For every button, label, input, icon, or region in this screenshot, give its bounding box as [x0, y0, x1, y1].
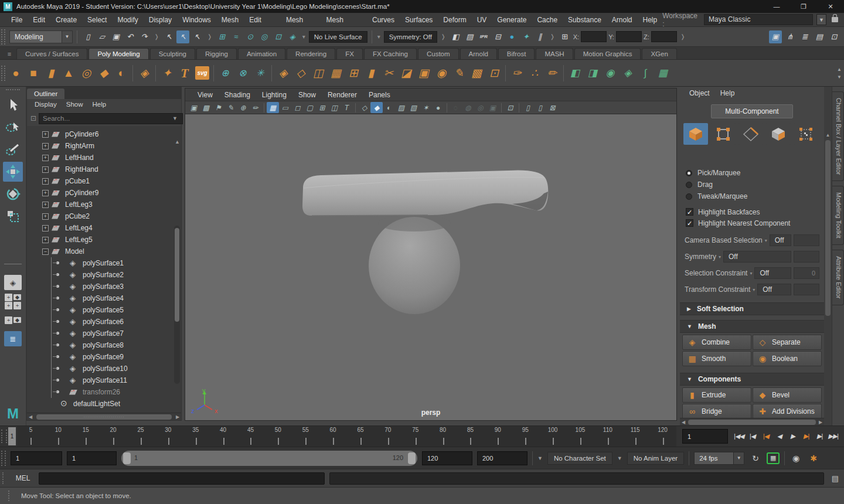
- menu-item[interactable]: Surfaces: [400, 13, 438, 27]
- quad-draw-icon[interactable]: ✎: [450, 63, 468, 83]
- animation-preferences-icon[interactable]: ✱: [807, 452, 820, 465]
- menu-item[interactable]: Generate: [492, 13, 532, 27]
- mesh-section-header[interactable]: ▼ Mesh: [680, 320, 824, 333]
- frame-tick[interactable]: 20: [100, 426, 127, 447]
- animation-start-field[interactable]: [11, 451, 62, 465]
- frame-tick[interactable]: 45: [237, 426, 264, 447]
- motion-blur-icon[interactable]: ◍: [462, 102, 474, 113]
- bevel-icon[interactable]: ◪: [397, 63, 415, 83]
- menu-item[interactable]: Modify: [112, 13, 143, 27]
- frame-tick[interactable]: 95: [512, 426, 539, 447]
- statusline-grip[interactable]: [1, 29, 5, 45]
- smooth-button[interactable]: ▦Smooth: [682, 351, 751, 366]
- frame-tick[interactable]: 25: [127, 426, 155, 447]
- outliner-horizontal-scrollbar[interactable]: ◀ ····················· ▶: [27, 413, 181, 420]
- tool-settings-toggle[interactable]: ⊡: [828, 30, 840, 43]
- poly-cylinder-icon[interactable]: ▮: [42, 63, 60, 83]
- current-time-field[interactable]: [682, 429, 728, 444]
- pan-zoom-icon[interactable]: ⊕: [237, 102, 249, 113]
- expander-icon[interactable]: [60, 354, 66, 360]
- menu-item[interactable]: Substance: [563, 13, 607, 27]
- separate-icon[interactable]: ◇: [292, 63, 309, 83]
- outliner-tab[interactable]: Outliner: [27, 88, 64, 99]
- expander-icon[interactable]: +: [42, 166, 49, 173]
- frame-tick[interactable]: 15: [72, 426, 100, 447]
- shadows-icon[interactable]: ●: [432, 102, 444, 113]
- pane-single-icon[interactable]: ▯: [522, 102, 534, 113]
- safe-title-icon[interactable]: T: [341, 102, 353, 113]
- outliner-item[interactable]: + LeftLeg5: [27, 234, 181, 246]
- outliner-item[interactable]: polySurface2: [27, 269, 181, 281]
- bevel-button[interactable]: ◆Bevel: [753, 387, 822, 403]
- components-section-header[interactable]: ▼ Components: [680, 373, 824, 386]
- multisample-icon[interactable]: ◎: [474, 102, 486, 113]
- chevron-down-icon[interactable]: ▾: [301, 33, 307, 40]
- wireframe-icon[interactable]: ◇: [358, 102, 370, 113]
- radio-option[interactable]: Pick/Marquee: [686, 167, 824, 179]
- fps-dropdown[interactable]: 24 fps▼: [694, 452, 744, 465]
- symmetry-field[interactable]: Symmetry: Off: [384, 31, 437, 43]
- mel-label[interactable]: MEL: [12, 474, 34, 482]
- make-live-icon[interactable]: ◈: [286, 30, 299, 43]
- isolate-select-icon[interactable]: ⊡: [504, 102, 516, 113]
- frame-tick[interactable]: 30: [154, 426, 182, 447]
- menu-item[interactable]: Edit: [28, 13, 50, 27]
- expander-icon[interactable]: [60, 284, 66, 290]
- expander-icon[interactable]: −: [42, 248, 49, 255]
- outliner-menu-item[interactable]: Display: [30, 99, 61, 111]
- paint-selection-tool[interactable]: [3, 139, 23, 159]
- expander-icon[interactable]: +: [42, 225, 49, 231]
- expander-icon[interactable]: +: [42, 155, 49, 161]
- frame-tick[interactable]: 100: [539, 426, 567, 447]
- workspace-dropdown-icon[interactable]: ▼: [816, 14, 827, 25]
- frame-tick[interactable]: 35: [182, 426, 209, 447]
- outliner-item[interactable]: + pCylinder9: [27, 187, 181, 199]
- menu-item[interactable]: Mesh Display: [321, 13, 367, 27]
- bridge-button[interactable]: ∞Bridge: [682, 404, 751, 419]
- poly-torus-icon[interactable]: ◎: [77, 63, 95, 83]
- shelf-tab[interactable]: Sculpting: [150, 48, 195, 59]
- outliner-item[interactable]: + RightHand: [27, 164, 181, 175]
- toolkit-menu-item[interactable]: Help: [716, 89, 740, 97]
- expander-icon[interactable]: [60, 260, 66, 267]
- multi-component-mode-button[interactable]: [794, 123, 818, 145]
- unfold-icon[interactable]: ∫: [637, 63, 654, 83]
- step-forward-frame-button[interactable]: ▶|: [814, 430, 826, 443]
- rotate-tool[interactable]: [3, 184, 23, 204]
- viewport-menu-item[interactable]: Renderer: [322, 91, 362, 99]
- hypershade-icon[interactable]: ●: [505, 30, 518, 43]
- snap-curve-icon[interactable]: ≈: [230, 30, 243, 43]
- edge-mode-button[interactable]: [738, 123, 763, 145]
- range-start-handle[interactable]: [123, 452, 131, 464]
- shelf-tab[interactable]: Rendering: [287, 48, 335, 59]
- menu-item[interactable]: Mesh Tools: [281, 13, 321, 27]
- expander-icon[interactable]: +: [42, 178, 49, 185]
- expander-icon[interactable]: [60, 389, 66, 396]
- outliner-item[interactable]: polySurface6: [27, 316, 181, 328]
- chevron-down-icon[interactable]: ▼: [537, 455, 543, 461]
- group-expander-icon[interactable]: ❭: [206, 33, 213, 40]
- expander-icon[interactable]: [60, 307, 66, 314]
- type-text-icon[interactable]: T: [176, 63, 193, 83]
- chevron-down-icon[interactable]: ▼: [617, 455, 622, 461]
- light-editor-icon[interactable]: ✦: [519, 30, 532, 43]
- soft-selection-header[interactable]: ▶ Soft Selection: [680, 302, 824, 315]
- outliner-item[interactable]: transform26: [27, 386, 181, 398]
- expander-icon[interactable]: [60, 331, 66, 337]
- poly-cone-icon[interactable]: ▲: [60, 63, 77, 83]
- multi-cut-icon[interactable]: ✂: [380, 63, 397, 83]
- shelf-scroll-down-icon[interactable]: ▼: [837, 74, 842, 80]
- script-editor-icon[interactable]: ▤: [829, 474, 842, 483]
- append-to-poly-icon[interactable]: ⊞: [345, 63, 362, 83]
- occlusion-icon[interactable]: ◌: [450, 102, 462, 113]
- shelf-tab[interactable]: MASH: [536, 48, 573, 59]
- undo-icon[interactable]: ↶: [124, 30, 137, 43]
- shelf-tab[interactable]: Bifrost: [498, 48, 535, 59]
- helpline-grip[interactable]: [8, 491, 13, 501]
- viewport-canvas[interactable]: y z x persp: [185, 114, 676, 420]
- commandline-grip[interactable]: [2, 472, 7, 484]
- toolkit-horizontal-scrollbar[interactable]: ◀▶: [680, 418, 824, 425]
- render-view-icon[interactable]: ◧: [449, 30, 462, 43]
- outliner-item[interactable]: + pCylinder6: [27, 128, 181, 140]
- group-expander-icon[interactable]: ❭: [440, 33, 447, 40]
